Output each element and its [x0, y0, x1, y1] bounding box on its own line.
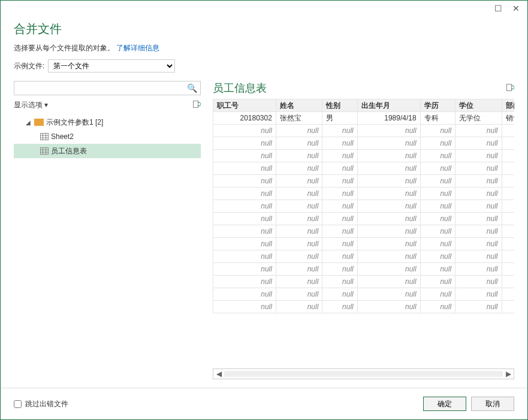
table-cell: null	[213, 301, 276, 313]
search-input[interactable]	[14, 81, 201, 95]
table-cell: null	[276, 200, 322, 213]
collapse-icon[interactable]: ◢	[25, 119, 32, 126]
table-cell: null	[322, 137, 357, 150]
scroll-right-icon[interactable]: ▶	[503, 370, 514, 378]
table-cell: null	[420, 188, 455, 200]
table-cell: null	[357, 250, 420, 263]
table-cell: null	[502, 238, 514, 250]
table-cell: null	[322, 162, 357, 175]
table-cell: null	[420, 225, 455, 238]
table-row[interactable]: nullnullnullnullnullnullnull	[213, 125, 515, 137]
scroll-left-icon[interactable]: ◀	[213, 370, 224, 378]
table-cell: null	[455, 263, 502, 276]
table-cell: null	[276, 137, 322, 150]
refresh-preview-icon[interactable]	[506, 83, 514, 93]
table-cell: null	[420, 150, 455, 162]
footer-buttons: 确定 取消	[423, 397, 514, 411]
table-cell: null	[276, 162, 322, 175]
svg-rect-11	[507, 84, 512, 90]
table-cell: null	[276, 150, 322, 162]
table-row[interactable]: nullnullnullnullnullnullnull	[213, 175, 515, 188]
table-cell: null	[322, 175, 357, 188]
chevron-down-icon: ▾	[44, 101, 48, 109]
table-row[interactable]: nullnullnullnullnullnullnull	[213, 162, 515, 175]
table-row[interactable]: 20180302张然宝男1989/4/18专科无学位销售部	[213, 112, 515, 125]
dialog-window: ☐ ✕ 合并文件 选择要从每个文件提取的对象。 了解详细信息 示例文件: 第一个…	[0, 0, 528, 420]
search-wrap: 🔍	[14, 81, 201, 95]
table-cell: null	[276, 276, 322, 288]
skip-errors-checkbox[interactable]: 跳过出错文件	[14, 399, 68, 409]
table-cell: null	[213, 250, 276, 263]
table-cell: 男	[322, 112, 357, 125]
table-row[interactable]: nullnullnullnullnullnullnull	[213, 137, 515, 150]
table-cell: null	[420, 250, 455, 263]
learn-more-link[interactable]: 了解详细信息	[116, 44, 159, 52]
table-cell: null	[213, 137, 276, 150]
sample-file-label: 示例文件:	[14, 61, 44, 71]
table-row[interactable]: nullnullnullnullnullnullnull	[213, 213, 515, 225]
table-row[interactable]: nullnullnullnullnullnullnull	[213, 276, 515, 288]
footer: 跳过出错文件 确定 取消	[1, 388, 527, 419]
column-header[interactable]: 职工号	[213, 99, 276, 112]
subtitle-text: 选择要从每个文件提取的对象。	[14, 44, 114, 52]
column-header[interactable]: 性别	[322, 99, 357, 112]
table-cell: null	[455, 288, 502, 301]
horizontal-scrollbar[interactable]: ◀ ▶	[213, 368, 514, 379]
display-options-button[interactable]: 显示选项 ▾	[14, 100, 48, 110]
tree-item-label: Sheet2	[51, 132, 198, 141]
table-cell: null	[276, 288, 322, 301]
table-cell: null	[502, 150, 514, 162]
table-row[interactable]: nullnullnullnullnullnullnull	[213, 263, 515, 276]
close-button[interactable]: ✕	[507, 2, 525, 14]
table-cell: null	[322, 263, 357, 276]
column-header[interactable]: 学历	[420, 99, 455, 112]
column-header[interactable]: 出生年月	[357, 99, 420, 112]
table-row[interactable]: nullnullnullnullnullnullnull	[213, 200, 515, 213]
column-header[interactable]: 部门	[502, 99, 514, 112]
table-row[interactable]: nullnullnullnullnullnullnull	[213, 301, 515, 313]
table-cell: null	[420, 137, 455, 150]
tree-item-0[interactable]: Sheet2	[14, 129, 201, 144]
table-cell: null	[420, 213, 455, 225]
table-cell: null	[502, 137, 514, 150]
table-cell: null	[276, 188, 322, 200]
table-row[interactable]: nullnullnullnullnullnullnull	[213, 238, 515, 250]
table-cell: null	[357, 200, 420, 213]
table-cell: null	[322, 125, 357, 137]
table-row[interactable]: nullnullnullnullnullnullnull	[213, 188, 515, 200]
table-row[interactable]: nullnullnullnullnullnullnull	[213, 150, 515, 162]
skip-errors-input[interactable]	[14, 400, 22, 408]
sample-file-select[interactable]: 第一个文件	[48, 59, 175, 72]
table-cell: null	[455, 200, 502, 213]
tree-root-label: 示例文件参数1 [2]	[46, 117, 198, 128]
table-cell: null	[357, 162, 420, 175]
table-cell: 张然宝	[276, 112, 322, 125]
table-cell: null	[213, 276, 276, 288]
table-cell: null	[502, 213, 514, 225]
column-header[interactable]: 学位	[455, 99, 502, 112]
refresh-nav-icon[interactable]	[192, 100, 201, 110]
column-header[interactable]: 姓名	[276, 99, 322, 112]
table-cell: null	[322, 200, 357, 213]
search-icon[interactable]: 🔍	[187, 83, 197, 93]
table-cell: null	[357, 288, 420, 301]
table-cell: null	[420, 200, 455, 213]
table-row[interactable]: nullnullnullnullnullnullnull	[213, 225, 515, 238]
maximize-button[interactable]: ☐	[489, 2, 507, 14]
scroll-track[interactable]	[224, 371, 503, 377]
dialog-subtitle: 选择要从每个文件提取的对象。 了解详细信息	[14, 43, 514, 53]
display-options-row: 显示选项 ▾	[14, 100, 201, 110]
table-row[interactable]: nullnullnullnullnullnullnull	[213, 250, 515, 263]
table-row[interactable]: nullnullnullnullnullnullnull	[213, 288, 515, 301]
table-cell: null	[502, 162, 514, 175]
table-cell: null	[420, 175, 455, 188]
table-cell: null	[276, 250, 322, 263]
table-cell: 20180302	[213, 112, 276, 125]
cancel-button[interactable]: 取消	[471, 397, 514, 411]
table-cell: null	[420, 162, 455, 175]
tree-item-1[interactable]: 员工信息表	[14, 144, 201, 158]
tree-root[interactable]: ◢ 示例文件参数1 [2]	[14, 115, 201, 129]
ok-button[interactable]: 确定	[423, 397, 466, 411]
table-cell: null	[276, 238, 322, 250]
table-cell: null	[357, 238, 420, 250]
